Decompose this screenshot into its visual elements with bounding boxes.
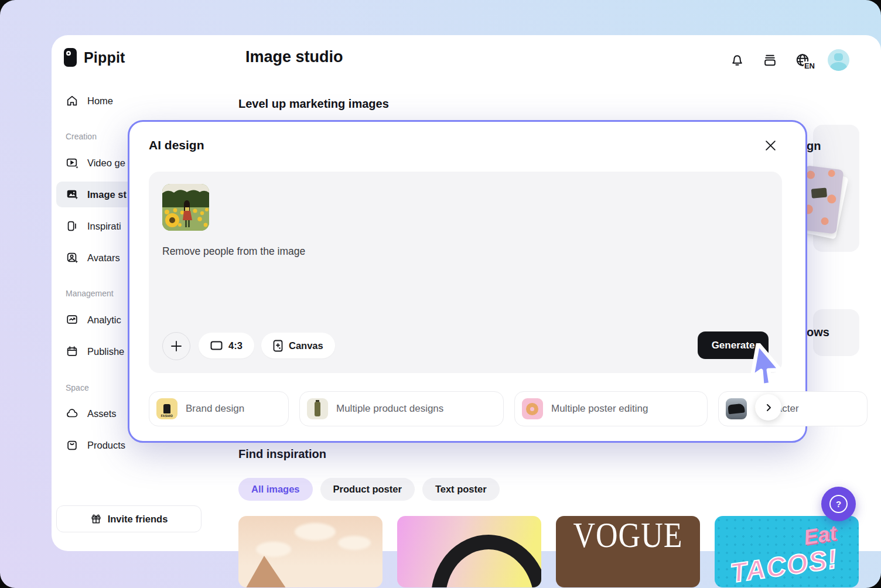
avatars-icon [66,251,78,264]
home-icon [66,94,78,107]
vogue-title: VOGUE [573,516,683,587]
sidebar-item-label: Products [87,440,125,451]
product-designs-thumbnail [307,398,328,419]
inspiration-image-landscape[interactable] [238,516,383,587]
add-attachment-button[interactable] [162,332,190,360]
ai-design-modal: AI design [128,120,807,443]
canvas-label: Canvas [289,340,323,351]
bag-icon [66,439,78,452]
sidebar-item-label: Image st [87,189,127,200]
modal-title: AI design [149,138,204,152]
aspect-ratio-button[interactable]: 4:3 [199,333,254,358]
cloud-icon [66,407,78,420]
inspiration-filter-tabs: All images Product poster Text poster [238,478,500,501]
inspiration-icon [66,220,78,233]
character-thumbnail [726,398,747,419]
pippit-logo-icon [63,47,78,68]
sidebar-section-space: Space [66,383,89,392]
calendar-icon [66,345,78,358]
tab-text-poster[interactable]: Text poster [422,478,500,501]
invite-friends-button[interactable]: Invite friends [56,505,202,532]
aspect-ratio-icon [210,341,223,350]
invite-friends-label: Invite friends [108,514,168,525]
sidebar-item-label: Video ge [87,158,125,169]
prompt-text[interactable]: Remove people from the image [162,245,305,258]
sidebar-item-home[interactable]: Home [56,88,159,114]
help-button[interactable]: ? [821,487,856,521]
sidebar-item-label: Inspirati [87,221,121,232]
sidebar-item-label: Assets [87,408,117,419]
question-mark-icon: ? [829,495,848,513]
inspiration-image-eat-poster[interactable]: Eat TACOS! [715,516,859,587]
chip-brand-design[interactable]: FASHIO Brand design [149,391,289,426]
user-avatar[interactable] [828,49,849,71]
chip-label: Multiple poster editing [551,403,648,415]
chip-multiple-product-designs[interactable]: Multiple product designs [299,391,504,426]
chevron-right-icon [764,404,773,412]
page-title: Image studio [245,48,343,66]
video-generator-icon [66,156,78,169]
language-globe-icon[interactable]: EN [795,53,810,68]
prompt-input-area[interactable]: Remove people from the image 4:3 Canvas … [149,172,782,373]
brand-logo[interactable]: Pippit [63,47,125,68]
chip-label: Multiple product designs [336,403,443,415]
chips-scroll-right-button[interactable] [755,394,781,421]
notifications-bell-icon[interactable] [729,53,745,68]
brand-name: Pippit [84,49,125,66]
feature-card-title-fragment: gn [807,139,821,153]
poster-editing-thumbnail [522,398,543,419]
sidebar-item-label: Publishe [87,346,124,357]
billing-card-icon[interactable] [762,53,777,68]
generate-button[interactable]: Generate [698,331,769,359]
sidebar-item-label: Avatars [87,252,120,264]
inspiration-image-vogue-cover[interactable]: VOGUE [556,516,700,587]
sidebar-section-creation: Creation [66,132,97,141]
sidebar-section-management: Management [66,289,114,298]
aspect-ratio-label: 4:3 [228,340,243,351]
screen: Pippit Image studio EN Home Creation Vid… [0,0,881,588]
inspiration-image-headphones[interactable] [397,516,541,587]
section-heading-level-up: Level up marketing images [238,97,389,111]
image-studio-icon [66,188,78,201]
brand-design-thumbnail: FASHIO [156,398,177,419]
analytics-icon [66,313,78,326]
canvas-icon [273,340,283,352]
inspiration-gallery: VOGUE Eat TACOS! [238,516,859,587]
gift-icon [90,513,102,525]
canvas-button[interactable]: Canvas [261,333,335,358]
language-code: EN [804,61,815,70]
close-icon[interactable] [762,137,778,153]
generate-label: Generate [712,340,755,351]
section-heading-find-inspiration: Find inspiration [238,447,326,461]
feature-card-title-fragment: ows [807,326,829,339]
attached-image-thumbnail[interactable] [162,184,209,231]
sidebar-item-label: Analytic [87,314,121,326]
tab-product-poster[interactable]: Product poster [320,478,415,501]
chip-character[interactable]: Character [718,391,868,426]
chip-label: Brand design [186,403,244,415]
chip-multiple-poster-editing[interactable]: Multiple poster editing [514,391,708,426]
tab-all-images[interactable]: All images [238,478,313,501]
sidebar-item-label: Home [87,95,113,107]
